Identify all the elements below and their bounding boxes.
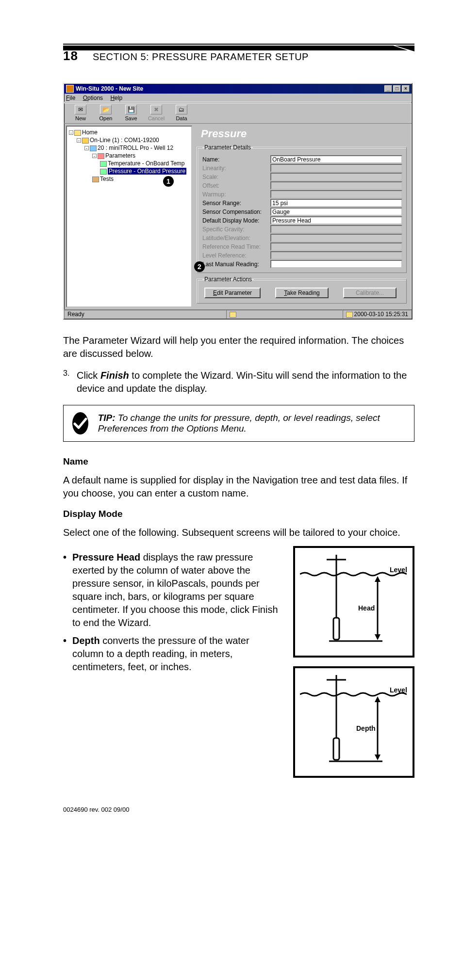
- heading-name: Name: [63, 456, 414, 467]
- toolbar-new[interactable]: ✉New: [70, 105, 91, 121]
- details-pane: Pressure Parameter Details Name:OnBoard …: [194, 124, 412, 309]
- svg-rect-0: [63, 44, 414, 45]
- callout-2: 2: [194, 261, 205, 272]
- svg-text:Level: Level: [390, 566, 407, 574]
- take-reading-button[interactable]: Take Reading: [275, 288, 329, 298]
- header-rule: [63, 44, 414, 51]
- calibrate-button: Calibrate...: [343, 288, 397, 298]
- svg-rect-12: [333, 738, 339, 760]
- close-button[interactable]: ×: [402, 85, 410, 92]
- edit-parameter-button[interactable]: Edit Parameter: [204, 288, 261, 298]
- toolbar-cancel: ✖Cancel: [146, 105, 167, 121]
- section-title: SECTION 5: PRESSURE PARAMETER SETUP: [93, 51, 309, 63]
- svg-text:Level: Level: [390, 686, 407, 694]
- maximize-button[interactable]: □: [393, 85, 401, 92]
- paragraph-mode: Select one of the following. Subsequent …: [63, 526, 414, 539]
- step-3: 3. Click Finish to complete the Wizard. …: [63, 369, 414, 395]
- callout-1: 1: [163, 176, 174, 187]
- parameter-details: Parameter Details Name:OnBoard Pressure …: [197, 144, 407, 273]
- toolbar-open[interactable]: 📂Open: [95, 105, 116, 121]
- tip-box: TIP: To change the units for pressure, d…: [63, 405, 414, 442]
- paragraph-name: A default name is supplied for display i…: [63, 474, 414, 500]
- svg-text:Depth: Depth: [356, 724, 376, 732]
- status-icon: [230, 312, 236, 318]
- parameter-actions: Parameter Actions Edit Parameter Take Re…: [197, 276, 407, 304]
- app-icon: [66, 85, 74, 93]
- minimize-button[interactable]: _: [384, 85, 392, 92]
- toolbar-save[interactable]: 💾Save: [120, 105, 142, 121]
- menu-bar: File Options Help: [64, 94, 412, 102]
- pane-title: Pressure: [197, 127, 407, 141]
- menu-help[interactable]: Help: [110, 95, 122, 101]
- toolbar-data[interactable]: 🗂Data: [171, 105, 192, 121]
- menu-file[interactable]: File: [66, 95, 75, 101]
- status-bar: Ready 2000-03-10 15:25:31: [64, 309, 412, 319]
- nav-tree[interactable]: -Home -On-Line (1) : COM1-19200 -20 : mi…: [66, 126, 192, 307]
- app-window: Win-Situ 2000 - New Site _ □ × File Opti…: [63, 83, 413, 320]
- check-icon: [72, 412, 88, 434]
- diagram-head: Level Head: [293, 546, 414, 658]
- title-bar: Win-Situ 2000 - New Site _ □ ×: [64, 84, 412, 94]
- toolbar: ✉New 📂Open 💾Save ✖Cancel 🗂Data: [64, 102, 412, 124]
- clock-icon: [346, 312, 353, 318]
- bullet-pressure-head: Pressure Head displays the raw pressure …: [63, 551, 281, 629]
- svg-rect-4: [333, 618, 339, 640]
- footer: 0024690 rev. 002 09/00: [63, 806, 414, 813]
- menu-options[interactable]: Options: [83, 95, 103, 101]
- heading-display-mode: Display Mode: [63, 509, 414, 519]
- svg-text:Head: Head: [358, 604, 375, 612]
- diagram-depth: Level Depth: [293, 666, 414, 778]
- bullet-depth: Depth converts the pressure of the water…: [63, 634, 281, 674]
- paragraph-intro: The Parameter Wizard will help you enter…: [63, 334, 414, 360]
- window-title: Win-Situ 2000 - New Site: [76, 85, 384, 92]
